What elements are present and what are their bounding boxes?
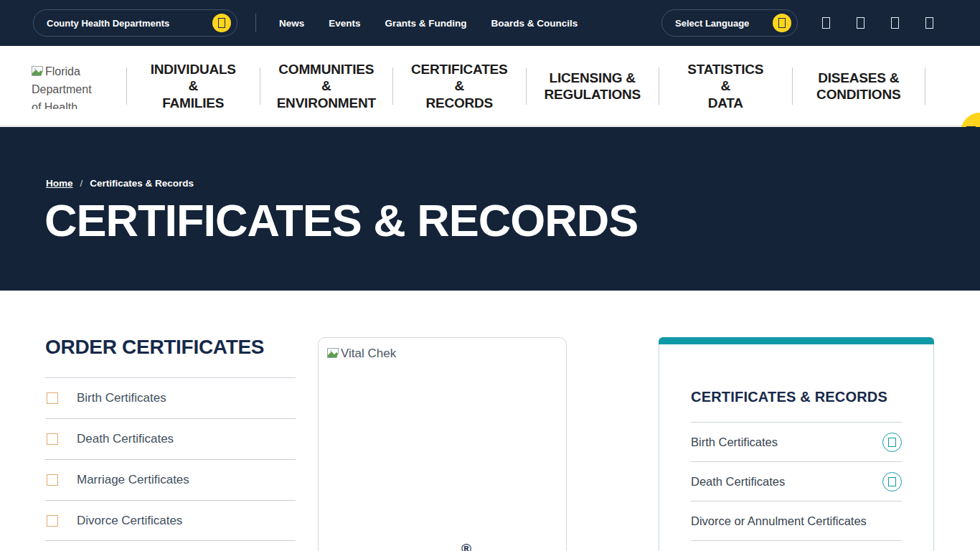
globe-icon bbox=[773, 14, 791, 32]
vitalchek-image-alt: Vital Chek bbox=[341, 347, 396, 360]
broken-image-icon bbox=[327, 348, 340, 359]
order-link-label[interactable]: Marriage Certificates bbox=[77, 473, 189, 487]
nav-link-grants-funding[interactable]: Grants & Funding bbox=[385, 18, 467, 29]
nav-link-news[interactable]: News bbox=[279, 18, 304, 29]
records-link-label[interactable]: Death Certificates bbox=[691, 475, 785, 489]
county-button-label: County Health Departments bbox=[47, 18, 169, 29]
breadcrumb: Home / Certificates & Records bbox=[46, 178, 194, 189]
utility-nav: News Events Grants & Funding Boards & Co… bbox=[279, 0, 578, 46]
social-icons bbox=[822, 0, 933, 46]
language-button-label: Select Language bbox=[675, 18, 749, 29]
list-item-marriage-certificates[interactable]: Marriage Certificates bbox=[45, 459, 296, 500]
order-link-label[interactable]: Birth Certificates bbox=[77, 391, 166, 405]
expand-icon[interactable] bbox=[882, 472, 902, 491]
nav-link-boards-councils[interactable]: Boards & Councils bbox=[491, 18, 578, 29]
expand-icon[interactable] bbox=[882, 433, 902, 452]
records-link-label[interactable]: Divorce or Annulment Certificates bbox=[691, 514, 867, 528]
records-item-birth[interactable]: Birth Certificates bbox=[691, 422, 902, 461]
social-icon-3[interactable] bbox=[891, 17, 899, 29]
order-certificates-list: Birth Certificates Death Certificates Ma… bbox=[45, 377, 296, 541]
broken-image-icon bbox=[32, 66, 44, 77]
order-link-label[interactable]: Divorce Certificates bbox=[77, 514, 182, 528]
card-accent-bar bbox=[659, 337, 934, 344]
records-list: Birth Certificates Death Certificates Di… bbox=[691, 422, 902, 551]
records-item-death[interactable]: Death Certificates bbox=[691, 461, 902, 501]
main-nav: Florida Department of Health INDIVIDUALS… bbox=[0, 46, 980, 126]
social-icon-4[interactable] bbox=[925, 17, 933, 29]
page-title: CERTIFICATES & RECORDS bbox=[44, 194, 638, 246]
chevron-down-icon bbox=[212, 14, 231, 32]
certificates-records-card: CERTIFICATES & RECORDS Birth Certificate… bbox=[659, 337, 934, 551]
social-icon-2[interactable] bbox=[857, 17, 864, 29]
hero-banner: Home / Certificates & Records CERTIFICAT… bbox=[0, 127, 980, 291]
topbar-divider bbox=[255, 14, 256, 32]
certificate-icon bbox=[47, 392, 58, 404]
vitalchek-card[interactable]: Vital Chek ® bbox=[318, 337, 567, 551]
list-item-death-certificates[interactable]: Death Certificates bbox=[45, 418, 296, 459]
records-card-heading: CERTIFICATES & RECORDS bbox=[691, 389, 902, 405]
breadcrumb-separator: / bbox=[80, 178, 83, 189]
records-item-marriage[interactable]: Marriage Certificates bbox=[691, 540, 902, 551]
list-item-birth-certificates[interactable]: Birth Certificates bbox=[45, 377, 296, 418]
card-body: CERTIFICATES & RECORDS Birth Certificate… bbox=[659, 344, 934, 551]
registered-trademark-symbol: ® bbox=[461, 541, 471, 551]
nav-item-diseases-conditions[interactable]: DISEASES & CONDITIONS bbox=[793, 46, 925, 126]
certificate-icon bbox=[47, 474, 58, 486]
page: County Health Departments News Events Gr… bbox=[0, 0, 980, 551]
breadcrumb-home-link[interactable]: Home bbox=[46, 178, 73, 189]
order-certificates-heading: ORDER CERTIFICATES bbox=[45, 336, 296, 359]
social-icon-1[interactable] bbox=[822, 17, 830, 29]
records-item-divorce[interactable]: Divorce or Annulment Certificates bbox=[691, 501, 902, 540]
nav-item-communities-environment[interactable]: COMMUNITIES & ENVIRONMENT bbox=[260, 46, 393, 126]
florida-doh-logo[interactable]: Florida Department of Health bbox=[32, 63, 100, 109]
nav-item-certificates-records[interactable]: CERTIFICATES & RECORDS bbox=[393, 46, 526, 126]
nav-item-statistics-data[interactable]: STATISTICS & DATA bbox=[659, 46, 792, 126]
nav-item-individuals-families[interactable]: INDIVIDUALS & FAMILIES bbox=[127, 46, 260, 126]
order-link-label[interactable]: Death Certificates bbox=[77, 432, 174, 446]
order-certificates-section: ORDER CERTIFICATES Birth Certificates De… bbox=[45, 336, 296, 541]
breadcrumb-current: Certificates & Records bbox=[90, 178, 194, 189]
certificate-icon bbox=[47, 515, 58, 527]
nav-link-events[interactable]: Events bbox=[329, 18, 360, 29]
list-item-divorce-certificates[interactable]: Divorce Certificates bbox=[45, 500, 296, 541]
select-language-button[interactable]: Select Language bbox=[661, 9, 798, 37]
vitalchek-broken-image: Vital Chek bbox=[327, 347, 396, 361]
records-link-label[interactable]: Birth Certificates bbox=[691, 435, 778, 449]
main-nav-list: INDIVIDUALS & FAMILIES COMMUNITIES & ENV… bbox=[126, 46, 925, 126]
county-health-departments-button[interactable]: County Health Departments bbox=[33, 9, 237, 37]
utility-bar: County Health Departments News Events Gr… bbox=[0, 0, 980, 46]
certificate-icon bbox=[47, 433, 58, 445]
nav-item-licensing-regulations[interactable]: LICENSING & REGULATIONS bbox=[527, 46, 659, 126]
